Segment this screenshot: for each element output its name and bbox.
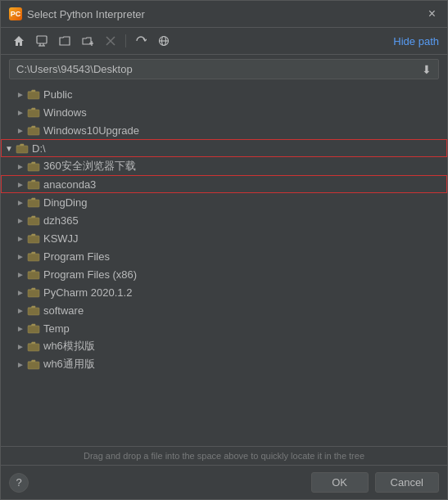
arrow-d-drive: ▼ bbox=[2, 144, 16, 153]
arrow-wh6-general: ► bbox=[14, 360, 27, 369]
toolbar-separator bbox=[125, 34, 126, 47]
folder-add-button[interactable] bbox=[78, 32, 97, 50]
arrow-program-files: ► bbox=[14, 252, 27, 261]
folder-icon-kswjj bbox=[27, 232, 40, 244]
hide-path-link[interactable]: Hide path bbox=[393, 35, 439, 47]
tree-item-wh6-general[interactable]: ► wh6通用版 bbox=[1, 355, 447, 373]
button-bar: ? OK Cancel bbox=[1, 465, 447, 499]
folder-icon-program-files bbox=[27, 250, 40, 262]
dialog-title: Select Python Interpreter bbox=[27, 8, 145, 20]
tree-item-temp[interactable]: ► Temp bbox=[1, 319, 447, 337]
title-bar-left: PC Select Python Interpreter bbox=[9, 7, 145, 20]
refresh-icon bbox=[135, 35, 147, 47]
arrow-dingding: ► bbox=[14, 198, 27, 207]
label-pycharm: PyCharm 2020.1.2 bbox=[43, 286, 132, 299]
label-360: 360安全浏览器下载 bbox=[43, 159, 136, 173]
tree-item-dzh365[interactable]: ► dzh365 bbox=[1, 211, 447, 229]
folder-icon-temp bbox=[27, 322, 40, 334]
tree-item-software[interactable]: ► software bbox=[1, 301, 447, 319]
arrow-anaconda3: ► bbox=[14, 180, 27, 189]
folder-button[interactable] bbox=[55, 32, 75, 50]
svg-rect-1 bbox=[37, 36, 47, 43]
button-bar-inner: ? OK Cancel bbox=[9, 472, 439, 493]
close-button[interactable]: × bbox=[425, 6, 439, 22]
svg-rect-26 bbox=[28, 344, 39, 351]
tree-item-360[interactable]: ► 360安全浏览器下载 bbox=[1, 157, 447, 175]
svg-marker-0 bbox=[14, 36, 24, 46]
tree-item-program-files[interactable]: ► Program Files bbox=[1, 247, 447, 265]
tree-item-windows[interactable]: ► Windows bbox=[1, 103, 447, 121]
folder-icon-windows bbox=[27, 106, 40, 118]
tree-item-program-files-x86[interactable]: ► Program Files (x86) bbox=[1, 265, 447, 283]
arrow-360: ► bbox=[14, 162, 27, 171]
label-program-files: Program Files bbox=[43, 250, 110, 263]
folder-icon-d-drive bbox=[16, 142, 29, 154]
refresh-button[interactable] bbox=[131, 32, 151, 50]
help-button[interactable]: ? bbox=[9, 473, 29, 493]
home-button[interactable] bbox=[9, 32, 29, 50]
svg-rect-18 bbox=[28, 200, 39, 207]
app-icon: PC bbox=[9, 7, 22, 20]
tree-item-public[interactable]: ► Public bbox=[1, 85, 447, 103]
arrow-software: ► bbox=[14, 306, 27, 315]
folder-add-icon bbox=[82, 36, 93, 46]
arrow-windows: ► bbox=[14, 108, 27, 117]
label-windows: Windows bbox=[43, 106, 87, 119]
label-dzh365: dzh365 bbox=[43, 214, 79, 227]
label-dingding: DingDing bbox=[43, 196, 87, 209]
label-software: software bbox=[43, 304, 84, 317]
label-temp: Temp bbox=[43, 322, 70, 335]
tree-item-anaconda3[interactable]: ► anaconda3 bbox=[1, 175, 447, 193]
delete-button[interactable] bbox=[101, 32, 120, 50]
network-icon bbox=[158, 35, 170, 47]
svg-rect-20 bbox=[28, 236, 39, 243]
folder-icon-software bbox=[27, 304, 40, 316]
folder-icon bbox=[59, 36, 70, 46]
tree-item-d-drive[interactable]: ▼ D:\ bbox=[1, 139, 447, 157]
svg-rect-14 bbox=[28, 128, 39, 135]
monitor-button[interactable] bbox=[32, 32, 52, 50]
label-public: Public bbox=[43, 88, 72, 101]
network-button[interactable] bbox=[154, 32, 174, 50]
title-bar: PC Select Python Interpreter × bbox=[1, 1, 447, 28]
tree-item-kswjj[interactable]: ► KSWJJ bbox=[1, 229, 447, 247]
label-kswjj: KSWJJ bbox=[43, 232, 79, 245]
folder-icon-wh6-general bbox=[27, 358, 40, 370]
path-input[interactable] bbox=[13, 60, 419, 79]
arrow-dzh365: ► bbox=[14, 216, 27, 225]
dialog-container: PC Select Python Interpreter × bbox=[0, 0, 448, 500]
delete-icon bbox=[106, 36, 115, 46]
arrow-pycharm: ► bbox=[14, 288, 27, 297]
arrow-public: ► bbox=[14, 90, 27, 99]
tree-container[interactable]: ► Public ► Windows ► bbox=[1, 83, 447, 446]
svg-rect-19 bbox=[28, 218, 39, 225]
path-download-button[interactable]: ⬇ bbox=[419, 63, 435, 76]
tree-item-wh6-mock[interactable]: ► wh6模拟版 bbox=[1, 337, 447, 355]
svg-rect-25 bbox=[28, 326, 39, 333]
path-bar: ⬇ bbox=[9, 59, 439, 79]
svg-rect-23 bbox=[28, 290, 39, 297]
tree-item-pycharm[interactable]: ► PyCharm 2020.1.2 bbox=[1, 283, 447, 301]
monitor-icon bbox=[36, 35, 48, 47]
toolbar-left bbox=[9, 32, 174, 50]
cancel-button[interactable]: Cancel bbox=[375, 472, 439, 493]
status-bar: Drag and drop a file into the space abov… bbox=[1, 446, 447, 465]
folder-icon-wh6-mock bbox=[27, 340, 40, 352]
status-text: Drag and drop a file into the space abov… bbox=[84, 451, 364, 461]
tree-item-windows10upgrade[interactable]: ► Windows10Upgrade bbox=[1, 121, 447, 139]
svg-rect-21 bbox=[28, 254, 39, 261]
svg-rect-22 bbox=[28, 272, 39, 279]
arrow-temp: ► bbox=[14, 324, 27, 333]
folder-icon-dzh365 bbox=[27, 214, 40, 226]
arrow-windows10upgrade: ► bbox=[14, 126, 27, 135]
tree-item-dingding[interactable]: ► DingDing bbox=[1, 193, 447, 211]
arrow-kswjj: ► bbox=[14, 234, 27, 243]
svg-rect-13 bbox=[28, 110, 39, 117]
folder-icon-dingding bbox=[27, 196, 40, 208]
svg-rect-24 bbox=[28, 308, 39, 315]
svg-rect-15 bbox=[16, 146, 28, 153]
label-wh6-mock: wh6模拟版 bbox=[43, 339, 95, 354]
label-anaconda3: anaconda3 bbox=[43, 178, 96, 191]
toolbar: Hide path bbox=[1, 28, 447, 55]
ok-button[interactable]: OK bbox=[311, 472, 369, 493]
